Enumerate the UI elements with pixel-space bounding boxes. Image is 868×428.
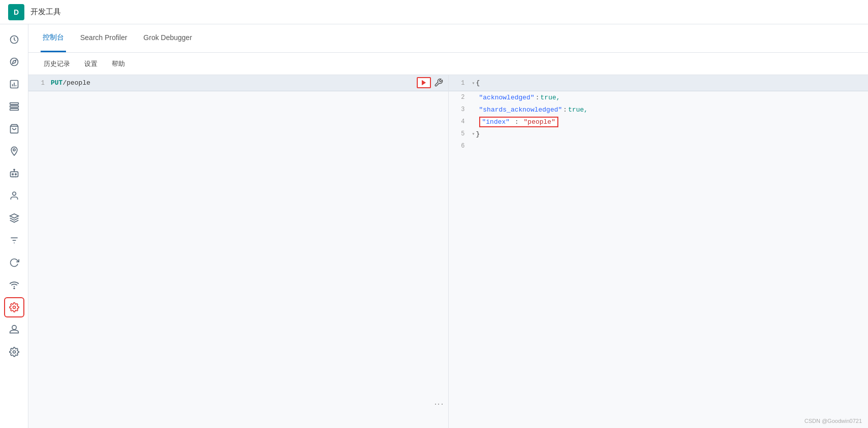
request-method: PUT [51, 79, 62, 87]
response-header: 1 ▾ { [449, 75, 869, 91]
editor-area: 1 PUT /people ⋮ [28, 75, 868, 428]
svg-point-16 [12, 192, 16, 196]
svg-marker-24 [421, 80, 425, 86]
sidebar [0, 24, 28, 428]
sidebar-item-map[interactable] [4, 141, 24, 161]
right-pane: 1 ▾ { 2 "acknowledged" : true, 3 "shards… [449, 75, 869, 428]
sidebar-item-filter[interactable] [4, 230, 24, 251]
svg-point-13 [12, 173, 13, 175]
watermark: CSDN @Goodwin0721 [805, 418, 862, 424]
top-bar: D 开发工具 [0, 0, 868, 24]
help-button[interactable]: 帮助 [109, 57, 128, 70]
collapse-icon[interactable]: ▾ [472, 80, 475, 86]
sidebar-item-clock[interactable] [4, 29, 24, 50]
svg-rect-8 [10, 105, 18, 107]
svg-marker-2 [12, 60, 16, 63]
content-area: 控制台 Search Profiler Grok Debugger 历史记录 设… [28, 24, 868, 428]
sidebar-item-ml[interactable] [4, 319, 24, 340]
editor-header: 1 PUT /people [28, 75, 448, 91]
toolbar: 历史记录 设置 帮助 [28, 53, 868, 75]
run-button[interactable] [417, 77, 431, 88]
response-line-2: 2 "acknowledged" : true, [449, 91, 869, 103]
svg-rect-7 [10, 103, 18, 104]
main-layout: 控制台 Search Profiler Grok Debugger 历史记录 设… [0, 24, 868, 428]
logo: D [8, 4, 24, 20]
nav-tabs: 控制台 Search Profiler Grok Debugger [28, 24, 868, 53]
sidebar-item-robot[interactable] [4, 163, 24, 184]
response-line-3: 3 "shards_acknowledged" : true, [449, 103, 869, 116]
editor-settings-icon[interactable] [433, 77, 444, 88]
sidebar-item-compass[interactable] [4, 52, 24, 72]
sidebar-item-stack[interactable] [4, 96, 24, 117]
collapse-icon-5[interactable]: ▾ [472, 131, 475, 137]
app-title: 开发工具 [30, 7, 61, 17]
svg-point-15 [14, 169, 15, 170]
sidebar-item-devtools[interactable] [4, 297, 24, 317]
svg-point-21 [14, 288, 15, 289]
sidebar-item-settings[interactable] [4, 342, 24, 362]
response-line-5: 5 ▾ } [449, 128, 869, 140]
history-button[interactable]: 历史记录 [41, 57, 73, 70]
run-btn-area [417, 77, 444, 88]
svg-marker-17 [10, 214, 18, 218]
svg-point-11 [13, 149, 15, 151]
svg-rect-12 [10, 172, 18, 177]
tab-grok-debugger[interactable]: Grok Debugger [142, 24, 194, 52]
tab-search-profiler[interactable]: Search Profiler [78, 24, 129, 52]
sidebar-item-layers[interactable] [4, 208, 24, 228]
sidebar-item-chart[interactable] [4, 74, 24, 94]
svg-point-22 [13, 306, 15, 309]
left-pane: 1 PUT /people ⋮ [28, 75, 449, 428]
sidebar-item-loop[interactable] [4, 253, 24, 273]
context-menu-dots[interactable]: ⋮ [433, 400, 444, 408]
svg-rect-9 [10, 109, 18, 110]
request-path: /people [62, 79, 90, 87]
settings-button[interactable]: 设置 [81, 57, 101, 70]
sidebar-item-bag[interactable] [4, 119, 24, 139]
sidebar-item-wifi[interactable] [4, 275, 24, 295]
response-line-6: 6 [449, 140, 869, 152]
tab-console[interactable]: 控制台 [41, 24, 66, 52]
highlighted-response: "index" : "people" [479, 117, 558, 127]
sidebar-item-user[interactable] [4, 186, 24, 206]
svg-point-23 [13, 351, 15, 353]
svg-point-14 [15, 173, 16, 175]
svg-point-1 [10, 58, 18, 66]
response-line-4: 4 "index" : "people" [449, 116, 869, 128]
